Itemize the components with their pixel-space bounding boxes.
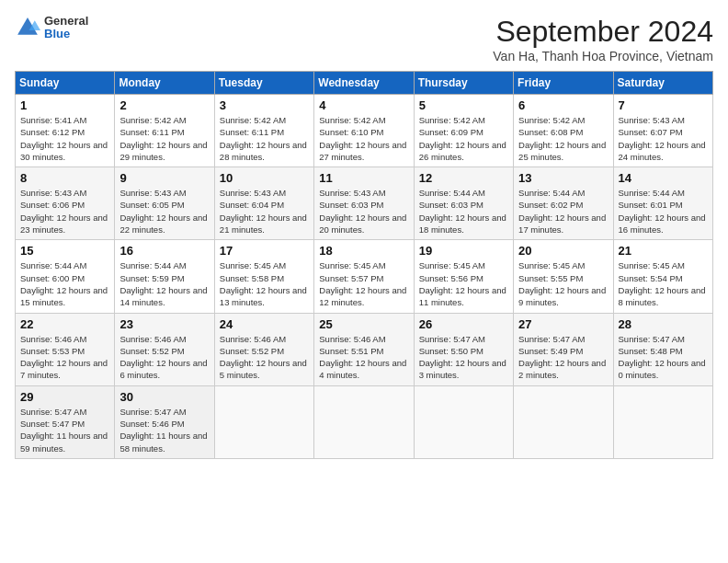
calendar-cell: 26Sunrise: 5:47 AM Sunset: 5:50 PM Dayli… <box>414 313 513 385</box>
day-number: 30 <box>119 390 209 404</box>
col-header-wednesday: Wednesday <box>314 72 414 95</box>
calendar-cell: 20Sunrise: 5:45 AM Sunset: 5:55 PM Dayli… <box>514 240 613 313</box>
calendar-week-row: 8Sunrise: 5:43 AM Sunset: 6:06 PM Daylig… <box>16 167 713 240</box>
col-header-tuesday: Tuesday <box>214 72 313 95</box>
calendar-cell <box>414 385 513 458</box>
day-detail: Sunrise: 5:42 AM Sunset: 6:09 PM Dayligh… <box>419 114 508 163</box>
day-detail: Sunrise: 5:42 AM Sunset: 6:10 PM Dayligh… <box>319 114 408 163</box>
day-number: 7 <box>619 98 708 112</box>
calendar-cell <box>613 385 712 458</box>
day-number: 27 <box>518 317 608 331</box>
calendar-cell: 25Sunrise: 5:46 AM Sunset: 5:51 PM Dayli… <box>314 313 414 385</box>
logo-general-text: General <box>44 15 88 28</box>
calendar-cell: 10Sunrise: 5:43 AM Sunset: 6:04 PM Dayli… <box>214 167 313 240</box>
logo-blue-text: Blue <box>44 28 88 40</box>
logo-icon <box>15 15 40 40</box>
day-number: 16 <box>119 244 209 258</box>
calendar-cell: 4Sunrise: 5:42 AM Sunset: 6:10 PM Daylig… <box>314 95 414 167</box>
calendar-cell <box>514 385 613 458</box>
day-number: 22 <box>20 317 109 331</box>
day-number: 5 <box>419 98 508 112</box>
day-detail: Sunrise: 5:44 AM Sunset: 5:59 PM Dayligh… <box>119 259 209 308</box>
day-detail: Sunrise: 5:47 AM Sunset: 5:50 PM Dayligh… <box>419 333 508 382</box>
calendar-week-row: 1Sunrise: 5:41 AM Sunset: 6:12 PM Daylig… <box>16 95 713 167</box>
day-number: 24 <box>220 317 309 331</box>
calendar-cell: 19Sunrise: 5:45 AM Sunset: 5:56 PM Dayli… <box>414 240 513 313</box>
col-header-saturday: Saturday <box>613 72 712 95</box>
day-number: 6 <box>518 98 608 112</box>
title-block: September 2024 Van Ha, Thanh Hoa Provinc… <box>493 15 713 63</box>
day-number: 1 <box>20 98 109 112</box>
calendar-cell: 28Sunrise: 5:47 AM Sunset: 5:48 PM Dayli… <box>613 313 712 385</box>
day-detail: Sunrise: 5:47 AM Sunset: 5:49 PM Dayligh… <box>518 333 608 382</box>
col-header-monday: Monday <box>115 72 214 95</box>
day-detail: Sunrise: 5:43 AM Sunset: 6:06 PM Dayligh… <box>20 187 109 236</box>
calendar-cell: 22Sunrise: 5:46 AM Sunset: 5:53 PM Dayli… <box>16 313 115 385</box>
day-detail: Sunrise: 5:42 AM Sunset: 6:11 PM Dayligh… <box>119 114 209 163</box>
calendar-week-row: 29Sunrise: 5:47 AM Sunset: 5:47 PM Dayli… <box>16 385 713 458</box>
calendar-cell: 12Sunrise: 5:44 AM Sunset: 6:03 PM Dayli… <box>414 167 513 240</box>
day-number: 13 <box>518 171 608 185</box>
day-number: 8 <box>20 171 109 185</box>
calendar-cell: 3Sunrise: 5:42 AM Sunset: 6:11 PM Daylig… <box>214 95 313 167</box>
day-detail: Sunrise: 5:44 AM Sunset: 6:03 PM Dayligh… <box>419 187 508 236</box>
day-number: 9 <box>119 171 209 185</box>
day-number: 21 <box>619 244 708 258</box>
day-detail: Sunrise: 5:44 AM Sunset: 6:01 PM Dayligh… <box>619 187 708 236</box>
day-detail: Sunrise: 5:43 AM Sunset: 6:04 PM Dayligh… <box>220 187 309 236</box>
calendar-cell: 9Sunrise: 5:43 AM Sunset: 6:05 PM Daylig… <box>115 167 214 240</box>
day-detail: Sunrise: 5:41 AM Sunset: 6:12 PM Dayligh… <box>20 114 109 163</box>
month-title: September 2024 <box>493 15 713 49</box>
day-number: 18 <box>319 244 408 258</box>
calendar-cell: 27Sunrise: 5:47 AM Sunset: 5:49 PM Dayli… <box>514 313 613 385</box>
calendar-cell: 30Sunrise: 5:47 AM Sunset: 5:46 PM Dayli… <box>115 385 214 458</box>
calendar-cell: 8Sunrise: 5:43 AM Sunset: 6:06 PM Daylig… <box>16 167 115 240</box>
day-number: 20 <box>518 244 608 258</box>
day-detail: Sunrise: 5:47 AM Sunset: 5:48 PM Dayligh… <box>619 333 708 382</box>
day-number: 15 <box>20 244 109 258</box>
day-number: 12 <box>419 171 508 185</box>
day-number: 19 <box>419 244 508 258</box>
day-number: 17 <box>220 244 309 258</box>
col-header-sunday: Sunday <box>16 72 115 95</box>
day-number: 25 <box>319 317 408 331</box>
calendar-header-row: SundayMondayTuesdayWednesdayThursdayFrid… <box>16 72 713 95</box>
day-number: 26 <box>419 317 508 331</box>
day-detail: Sunrise: 5:46 AM Sunset: 5:52 PM Dayligh… <box>119 333 209 382</box>
calendar-cell: 16Sunrise: 5:44 AM Sunset: 5:59 PM Dayli… <box>115 240 214 313</box>
calendar-cell: 14Sunrise: 5:44 AM Sunset: 6:01 PM Dayli… <box>613 167 712 240</box>
calendar-cell: 15Sunrise: 5:44 AM Sunset: 6:00 PM Dayli… <box>16 240 115 313</box>
calendar-table: SundayMondayTuesdayWednesdayThursdayFrid… <box>15 71 713 459</box>
day-detail: Sunrise: 5:42 AM Sunset: 6:11 PM Dayligh… <box>220 114 309 163</box>
calendar-cell: 23Sunrise: 5:46 AM Sunset: 5:52 PM Dayli… <box>115 313 214 385</box>
calendar-cell <box>214 385 313 458</box>
col-header-thursday: Thursday <box>414 72 513 95</box>
day-detail: Sunrise: 5:42 AM Sunset: 6:08 PM Dayligh… <box>518 114 608 163</box>
day-detail: Sunrise: 5:46 AM Sunset: 5:51 PM Dayligh… <box>319 333 408 382</box>
day-number: 11 <box>319 171 408 185</box>
day-detail: Sunrise: 5:47 AM Sunset: 5:46 PM Dayligh… <box>119 406 209 454</box>
day-detail: Sunrise: 5:46 AM Sunset: 5:52 PM Dayligh… <box>220 333 309 382</box>
day-detail: Sunrise: 5:46 AM Sunset: 5:53 PM Dayligh… <box>20 333 109 382</box>
calendar-cell: 18Sunrise: 5:45 AM Sunset: 5:57 PM Dayli… <box>314 240 414 313</box>
day-detail: Sunrise: 5:47 AM Sunset: 5:47 PM Dayligh… <box>20 406 109 454</box>
calendar-cell: 5Sunrise: 5:42 AM Sunset: 6:09 PM Daylig… <box>414 95 513 167</box>
col-header-friday: Friday <box>514 72 613 95</box>
calendar-cell: 17Sunrise: 5:45 AM Sunset: 5:58 PM Dayli… <box>214 240 313 313</box>
day-number: 2 <box>119 98 209 112</box>
day-detail: Sunrise: 5:43 AM Sunset: 6:03 PM Dayligh… <box>319 187 408 236</box>
day-detail: Sunrise: 5:44 AM Sunset: 6:02 PM Dayligh… <box>518 187 608 236</box>
calendar-cell: 7Sunrise: 5:43 AM Sunset: 6:07 PM Daylig… <box>613 95 712 167</box>
calendar-cell: 1Sunrise: 5:41 AM Sunset: 6:12 PM Daylig… <box>16 95 115 167</box>
calendar-cell: 6Sunrise: 5:42 AM Sunset: 6:08 PM Daylig… <box>514 95 613 167</box>
location: Van Ha, Thanh Hoa Province, Vietnam <box>493 49 713 63</box>
day-number: 10 <box>220 171 309 185</box>
day-number: 23 <box>119 317 209 331</box>
calendar-cell: 13Sunrise: 5:44 AM Sunset: 6:02 PM Dayli… <box>514 167 613 240</box>
day-number: 14 <box>619 171 708 185</box>
day-number: 28 <box>619 317 708 331</box>
day-detail: Sunrise: 5:45 AM Sunset: 5:58 PM Dayligh… <box>220 259 309 308</box>
day-detail: Sunrise: 5:44 AM Sunset: 6:00 PM Dayligh… <box>20 259 109 308</box>
calendar-cell: 24Sunrise: 5:46 AM Sunset: 5:52 PM Dayli… <box>214 313 313 385</box>
calendar-cell: 21Sunrise: 5:45 AM Sunset: 5:54 PM Dayli… <box>613 240 712 313</box>
